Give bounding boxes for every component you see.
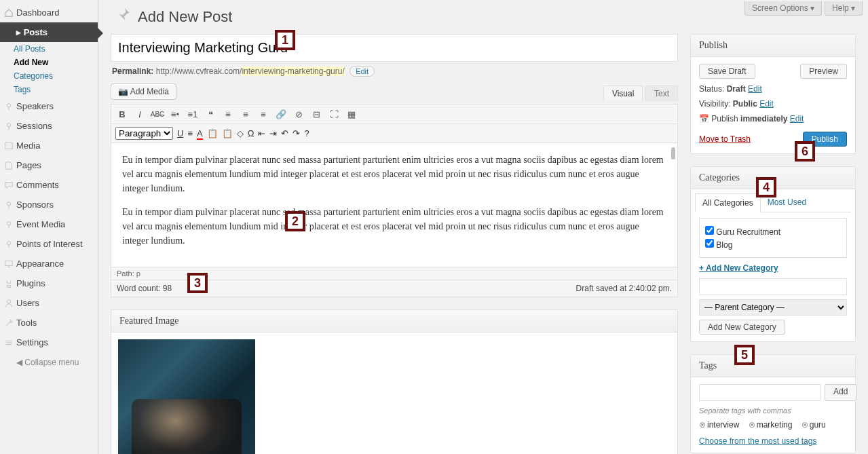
submenu-categories[interactable]: Categories xyxy=(0,69,98,83)
scrollbar-thumb[interactable] xyxy=(671,147,675,159)
edit-permalink-button[interactable]: Edit xyxy=(350,66,375,77)
parent-category-select[interactable]: — Parent Category — xyxy=(699,299,847,316)
admin-sidebar: Dashboard ▸ Posts All Posts Add New Cate… xyxy=(0,0,98,454)
menu-poi[interactable]: Points of Interest xyxy=(0,234,98,254)
menu-dashboard[interactable]: Dashboard xyxy=(0,3,98,22)
paste-word-icon[interactable]: 📋 xyxy=(222,128,233,138)
submenu-all-posts[interactable]: All Posts xyxy=(0,42,98,56)
menu-tools[interactable]: Tools xyxy=(0,313,98,333)
add-media-button[interactable]: 📷 Add Media xyxy=(111,83,176,100)
align-left-icon[interactable]: ≡ xyxy=(221,107,235,121)
tools-icon xyxy=(4,318,14,328)
bold-icon[interactable]: B xyxy=(115,107,129,121)
remove-tag-icon[interactable]: ⊗ xyxy=(749,420,755,430)
featured-image-thumbnail[interactable] xyxy=(118,339,255,454)
page-icon xyxy=(4,161,14,170)
more-icon[interactable]: ⊟ xyxy=(309,107,323,121)
svg-point-0 xyxy=(7,104,10,107)
media-icon xyxy=(4,141,14,151)
ol-icon[interactable]: ≡1 xyxy=(186,107,200,121)
svg-point-5 xyxy=(7,242,10,245)
appearance-icon xyxy=(4,259,14,269)
charmap-icon[interactable]: Ω xyxy=(248,128,254,138)
permalink-slug[interactable]: interviewing-marketing-guru/ xyxy=(242,67,344,76)
menu-sessions[interactable]: Sessions xyxy=(0,116,98,136)
align-right-icon[interactable]: ≡ xyxy=(257,107,270,121)
italic-icon[interactable]: I xyxy=(133,107,147,121)
menu-event-media[interactable]: Event Media xyxy=(0,214,98,234)
add-tag-button[interactable]: Add xyxy=(825,384,856,401)
featured-image-heading: Featured Image xyxy=(111,310,677,333)
tab-all-categories[interactable]: All Categories xyxy=(695,193,761,212)
undo-icon[interactable]: ↶ xyxy=(281,128,288,138)
submenu-add-new[interactable]: Add New xyxy=(0,56,98,69)
users-icon xyxy=(4,299,14,308)
tab-visual[interactable]: Visual xyxy=(603,86,643,101)
svg-point-3 xyxy=(7,202,10,206)
menu-plugins[interactable]: Plugins xyxy=(0,273,98,293)
new-category-input[interactable] xyxy=(699,278,847,295)
indent-icon[interactable]: ⇥ xyxy=(269,128,277,138)
choose-tags-link[interactable]: Choose from the most used tags xyxy=(699,436,816,446)
format-select[interactable]: Paragraph xyxy=(115,127,173,140)
category-checkbox[interactable]: Blog xyxy=(705,239,841,250)
pin-icon xyxy=(4,240,14,249)
plugin-icon xyxy=(4,279,14,288)
menu-posts[interactable]: ▸ Posts xyxy=(0,22,98,42)
collapse-menu[interactable]: ◀ Collapse menu xyxy=(0,352,98,373)
edit-status-link[interactable]: Edit xyxy=(748,84,762,94)
justify-icon[interactable]: ≡ xyxy=(187,128,193,138)
pin-icon xyxy=(4,200,14,210)
paste-text-icon[interactable]: 📋 xyxy=(207,128,218,138)
help-icon[interactable]: ? xyxy=(304,128,309,138)
textcolor-icon[interactable]: A xyxy=(197,128,203,138)
menu-users[interactable]: Users xyxy=(0,293,98,313)
featured-image-box: Featured Image xyxy=(111,309,678,454)
add-category-button[interactable]: Add New Category xyxy=(699,320,785,335)
edit-visibility-link[interactable]: Edit xyxy=(759,99,774,109)
category-checkbox[interactable]: Guru Recruitment xyxy=(705,226,841,237)
save-draft-button[interactable]: Save Draft xyxy=(699,64,755,79)
tab-text[interactable]: Text xyxy=(645,86,678,101)
comment-icon xyxy=(4,181,14,190)
add-new-category-link[interactable]: + Add New Category xyxy=(699,263,778,273)
link-icon[interactable]: 🔗 xyxy=(274,107,288,121)
word-count: Word count: 98 xyxy=(117,284,172,293)
kitchen-sink-icon[interactable]: ▦ xyxy=(345,107,358,121)
menu-media[interactable]: Media xyxy=(0,136,98,155)
annotation-badge-4: 4 xyxy=(756,177,776,197)
annotation-badge-3: 3 xyxy=(187,273,208,293)
svg-rect-2 xyxy=(5,143,13,149)
align-center-icon[interactable]: ≡ xyxy=(239,107,252,121)
editor-content[interactable]: Eu in tempor diam pulvinar placerat nunc… xyxy=(111,143,677,267)
menu-pages[interactable]: Pages xyxy=(0,155,98,175)
underline-icon[interactable]: U xyxy=(177,128,183,138)
editor-toolbar-1: B I ABC ≡• ≡1 ❝ ≡ ≡ ≡ 🔗 ⊘ ⊟ ⛶ ▦ xyxy=(111,105,677,124)
category-list: Guru Recruitment Blog xyxy=(699,218,847,258)
pin-icon xyxy=(4,102,14,111)
outdent-icon[interactable]: ⇤ xyxy=(258,128,265,138)
fullscreen-icon[interactable]: ⛶ xyxy=(327,107,341,121)
ul-icon[interactable]: ≡• xyxy=(168,107,182,121)
unlink-icon[interactable]: ⊘ xyxy=(292,107,305,121)
strike-icon[interactable]: ABC xyxy=(151,107,164,121)
permalink-row: Permalink: http://www.cvfreak.com/interv… xyxy=(112,66,678,77)
preview-button[interactable]: Preview xyxy=(800,64,847,79)
redo-icon[interactable]: ↷ xyxy=(293,128,300,138)
edit-schedule-link[interactable]: Edit xyxy=(790,114,804,124)
quote-icon[interactable]: ❝ xyxy=(204,107,217,121)
move-to-trash-link[interactable]: Move to Trash xyxy=(699,134,751,144)
remove-tag-icon[interactable]: ⊗ xyxy=(801,420,808,430)
menu-appearance[interactable]: Appearance xyxy=(0,254,98,273)
post-title-input[interactable] xyxy=(111,34,678,62)
menu-speakers[interactable]: Speakers xyxy=(0,96,98,116)
remove-tag-icon[interactable]: ⊗ xyxy=(699,420,706,430)
tags-box: Tags Add Separate tags with commas ⊗inte… xyxy=(690,354,856,453)
submenu-tags[interactable]: Tags xyxy=(0,83,98,96)
menu-sponsors[interactable]: Sponsors xyxy=(0,195,98,214)
menu-comments[interactable]: Comments xyxy=(0,175,98,195)
clear-format-icon[interactable]: ◇ xyxy=(237,128,244,138)
menu-settings[interactable]: Settings xyxy=(0,333,98,352)
autosave-msg: Draft saved at 2:40:02 pm. xyxy=(576,284,672,293)
tag-input[interactable] xyxy=(699,384,820,401)
